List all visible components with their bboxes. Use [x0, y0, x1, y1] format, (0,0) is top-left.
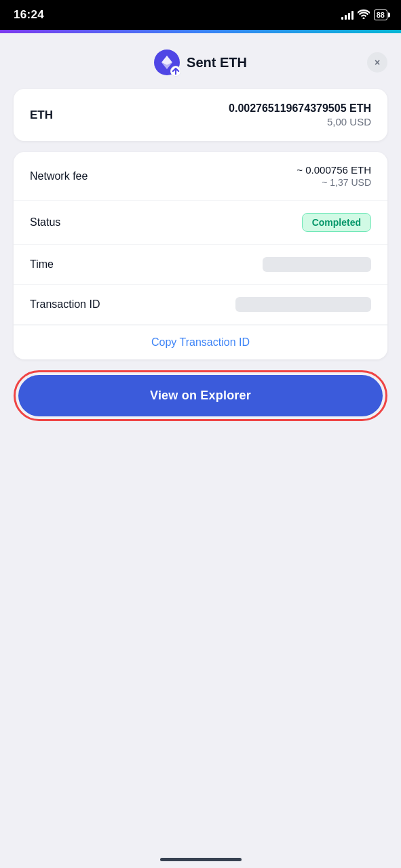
send-badge	[170, 66, 181, 77]
page-header: Sent ETH ×	[14, 50, 387, 75]
eth-amount: 0.002765119674379505 ETH	[229, 102, 371, 115]
network-fee-row: Network fee ~ 0.000756 ETH ~ 1,37 USD	[14, 152, 387, 201]
copy-transaction-id-link[interactable]: Copy Transaction ID	[151, 336, 250, 348]
network-fee-usd: ~ 1,37 USD	[297, 177, 371, 188]
time-skeleton	[263, 257, 371, 272]
signal-icon	[341, 10, 354, 20]
transaction-id-skeleton	[235, 297, 371, 312]
status-label: Status	[30, 216, 60, 229]
amount-label: ETH	[30, 108, 53, 122]
amount-values: 0.002765119674379505 ETH 5,00 USD	[229, 102, 371, 127]
status-bar: 16:24 88	[0, 0, 401, 30]
home-indicator	[160, 858, 242, 861]
page-title: Sent ETH	[187, 55, 247, 71]
header-title-group: Sent ETH	[154, 50, 247, 75]
close-button[interactable]: ×	[367, 52, 387, 73]
close-icon: ×	[375, 57, 380, 68]
time-row: Time	[14, 245, 387, 285]
status-badge: Completed	[302, 213, 371, 232]
explorer-button-wrapper: View on Explorer	[14, 370, 387, 421]
network-fee-value: ~ 0.000756 ETH ~ 1,37 USD	[297, 164, 371, 188]
main-content: Sent ETH × ETH 0.002765119674379505 ETH …	[0, 33, 401, 448]
network-fee-label: Network fee	[30, 170, 88, 182]
usd-amount: 5,00 USD	[229, 116, 371, 127]
time-label: Time	[30, 258, 54, 271]
view-on-explorer-button[interactable]: View on Explorer	[18, 375, 383, 416]
transaction-id-label: Transaction ID	[30, 298, 100, 311]
amount-card: ETH 0.002765119674379505 ETH 5,00 USD	[14, 89, 387, 141]
status-row: Status Completed	[14, 201, 387, 245]
amount-row: ETH 0.002765119674379505 ETH 5,00 USD	[14, 89, 387, 141]
copy-link-row: Copy Transaction ID	[14, 325, 387, 359]
wifi-icon	[358, 9, 370, 21]
status-time: 16:24	[14, 8, 44, 22]
battery-icon: 88	[374, 9, 387, 20]
network-fee-eth: ~ 0.000756 ETH	[297, 164, 371, 176]
details-card: Network fee ~ 0.000756 ETH ~ 1,37 USD St…	[14, 152, 387, 359]
transaction-id-row: Transaction ID	[14, 285, 387, 325]
eth-logo	[154, 50, 180, 75]
status-icons: 88	[341, 9, 387, 21]
